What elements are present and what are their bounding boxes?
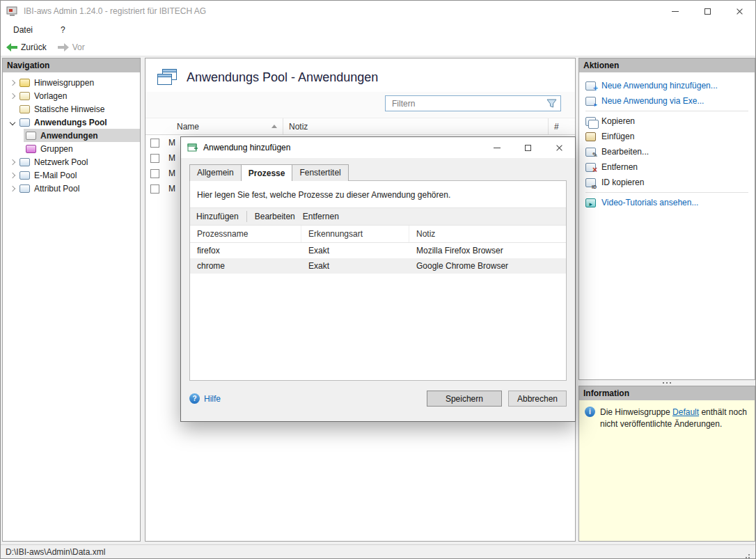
filter-funnel-icon[interactable]: [546, 99, 557, 108]
action-copy[interactable]: Kopieren: [579, 113, 755, 129]
chevron-right-icon[interactable]: [7, 173, 17, 178]
column-label: Prozessname: [197, 229, 248, 239]
action-copy-id[interactable]: ID kopieren: [579, 175, 755, 190]
tab-fenstertitel[interactable]: Fenstertitel: [292, 164, 348, 181]
column-header-name[interactable]: Name: [164, 118, 283, 134]
nav-item-anwendungen[interactable]: Anwendungen: [3, 129, 140, 142]
nav-item-hinweisgruppen[interactable]: Hinweisgruppen: [3, 76, 140, 89]
minimize-button[interactable]: [659, 1, 691, 22]
forward-button[interactable]: Vor: [58, 42, 85, 52]
minimize-icon: [672, 11, 679, 12]
column-label: #: [554, 122, 559, 132]
dialog-titlebar: Anwendung hinzufügen: [181, 137, 575, 158]
column-header-notiz[interactable]: Notiz: [283, 118, 549, 134]
save-button[interactable]: Speichern: [427, 391, 502, 407]
maximize-button[interactable]: [691, 1, 723, 22]
action-edit[interactable]: Bearbeiten...: [579, 144, 755, 159]
tab-prozesse[interactable]: Prozesse: [241, 164, 293, 181]
separator: [585, 192, 748, 193]
column-header-notiz[interactable]: Notiz: [409, 226, 566, 242]
action-label: Neue Anwendung hinzufügen...: [601, 81, 718, 90]
dialog-close-button[interactable]: [544, 137, 575, 158]
nav-item-label: Attribut Pool: [34, 184, 79, 194]
chevron-right-icon[interactable]: [7, 81, 17, 85]
cell-notiz: Google Chrome Browser: [409, 258, 566, 274]
tab-allgemein[interactable]: Allgemein: [189, 164, 242, 181]
forward-label: Vor: [72, 42, 85, 52]
dialog-minimize-button[interactable]: [481, 137, 512, 158]
nav-item-netzwerk-pool[interactable]: Netzwerk Pool: [3, 155, 140, 168]
action-new-application[interactable]: Neue Anwendung hinzufügen...: [579, 78, 755, 93]
nav-item-label: Statische Hinweise: [34, 104, 104, 114]
dialog-controls: [481, 137, 575, 158]
help-link[interactable]: Hilfe: [189, 393, 221, 404]
window-controls: [659, 1, 755, 22]
row-name: M: [168, 138, 175, 148]
nav-item-email-pool[interactable]: E-Mail Pool: [3, 168, 140, 182]
actions-header: Aktionen: [579, 58, 755, 72]
add-application-icon: [585, 81, 596, 90]
panel-splitter[interactable]: [578, 380, 755, 386]
close-button[interactable]: [723, 1, 755, 22]
attribut-pool-icon: [19, 184, 30, 193]
nav-item-vorlagen[interactable]: Vorlagen: [3, 89, 140, 102]
cell-prozessname: chrome: [190, 258, 301, 274]
process-row-firefox[interactable]: firefox Exakt Mozilla Firefox Browser: [190, 243, 566, 258]
action-delete[interactable]: Entfernen: [579, 159, 755, 175]
column-header-prozessname[interactable]: Prozessname: [190, 226, 301, 242]
row-name: M: [168, 184, 175, 194]
separator: [585, 111, 748, 111]
nav-item-label: Anwendungs Pool: [34, 118, 107, 127]
column-header-erkennungsart[interactable]: Erkennungsart: [301, 226, 409, 242]
action-label: Entfernen: [601, 162, 638, 172]
dialog-maximize-button[interactable]: [512, 137, 544, 158]
statusbar-file-path: D:\IBI-aws\Admin\Data.xml: [6, 547, 105, 557]
column-header-count[interactable]: #: [549, 122, 575, 132]
action-new-application-via-exe[interactable]: Neue Anwendung via Exe...: [579, 93, 755, 109]
chevron-right-icon[interactable]: [7, 187, 17, 191]
delete-icon: [585, 163, 596, 172]
nav-item-label: Anwendungen: [40, 131, 98, 141]
nav-item-label: Vorlagen: [34, 91, 67, 101]
row-checkbox[interactable]: [150, 169, 159, 178]
column-label: Notiz: [416, 229, 435, 239]
close-icon: [556, 144, 563, 152]
action-video-tutorials[interactable]: Video-Tutorials ansehen...: [579, 195, 755, 210]
page-title: Anwendungs Pool - Anwendungen: [187, 70, 378, 85]
row-checkbox[interactable]: [150, 154, 159, 163]
resize-grip-icon[interactable]: [741, 547, 750, 557]
back-button[interactable]: Zurück: [6, 42, 47, 52]
chevron-right-icon[interactable]: [7, 94, 17, 98]
nav-item-label: E-Mail Pool: [34, 171, 77, 180]
column-label: Erkennungsart: [308, 229, 363, 239]
chevron-right-icon[interactable]: [7, 160, 17, 164]
row-checkbox[interactable]: [150, 184, 159, 194]
action-label: Kopieren: [601, 116, 635, 126]
default-group-link[interactable]: Default: [672, 407, 699, 417]
row-checkbox[interactable]: [150, 139, 159, 148]
video-tutorials-icon: [585, 198, 596, 207]
menu-help[interactable]: ?: [58, 24, 68, 36]
edit-icon: [585, 148, 596, 157]
column-label: Notiz: [289, 122, 308, 132]
process-row-chrome[interactable]: chrome Exakt Google Chrome Browser: [190, 258, 566, 274]
add-process-button[interactable]: Hinzufügen: [196, 212, 239, 221]
nav-item-statische-hinweise[interactable]: Statische Hinweise: [3, 102, 140, 116]
nav-item-attribut-pool[interactable]: Attribut Pool: [3, 182, 140, 195]
dialog-tabs: Allgemein Prozesse Fenstertitel: [181, 158, 575, 180]
dialog-title: Anwendung hinzufügen: [203, 143, 290, 152]
nav-item-gruppen[interactable]: Gruppen: [3, 142, 140, 155]
toolbar: Zurück Vor: [1, 38, 755, 56]
action-label: ID kopieren: [601, 178, 644, 187]
cancel-button[interactable]: Abbrechen: [508, 391, 567, 407]
filter-input[interactable]: [392, 99, 546, 109]
nav-item-anwendungs-pool[interactable]: Anwendungs Pool: [3, 116, 140, 129]
dialog-app-icon: [187, 143, 198, 152]
remove-process-button[interactable]: Entfernen: [303, 212, 339, 221]
back-label: Zurück: [21, 42, 47, 52]
edit-process-button[interactable]: Bearbeiten: [255, 212, 295, 221]
action-paste[interactable]: Einfügen: [579, 129, 755, 144]
menu-datei[interactable]: Datei: [10, 24, 36, 36]
info-icon: [585, 407, 595, 417]
chevron-down-icon[interactable]: [7, 120, 17, 125]
